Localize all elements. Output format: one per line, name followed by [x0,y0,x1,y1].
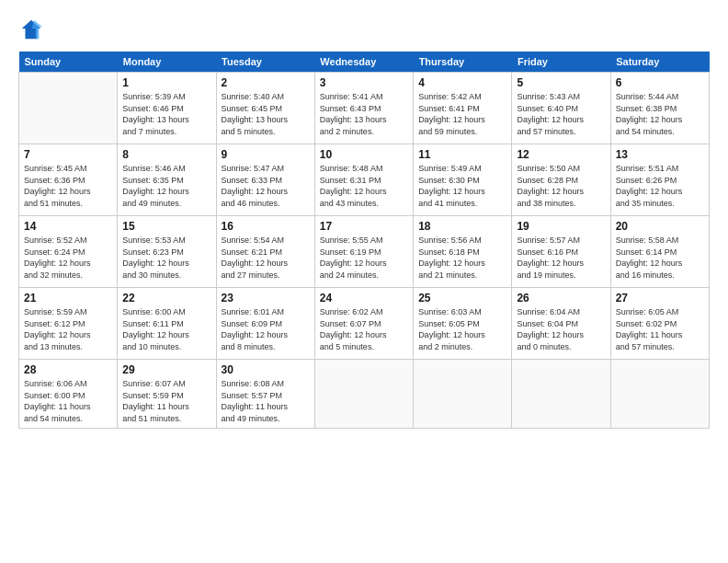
day-info: Sunrise: 5:57 AMSunset: 6:16 PMDaylight:… [517,235,605,281]
day-info: Sunrise: 5:55 AMSunset: 6:19 PMDaylight:… [320,235,408,281]
day-info: Sunrise: 5:50 AMSunset: 6:28 PMDaylight:… [517,163,605,209]
day-cell: 13Sunrise: 5:51 AMSunset: 6:26 PMDayligh… [610,144,709,216]
day-cell [610,360,709,429]
day-cell: 4Sunrise: 5:42 AMSunset: 6:41 PMDaylight… [414,73,512,144]
weekday-tuesday: Tuesday [216,52,314,73]
day-number: 28 [24,363,112,376]
day-number: 2 [222,76,310,89]
day-cell: 18Sunrise: 5:56 AMSunset: 6:18 PMDayligh… [414,216,512,288]
day-number: 29 [122,363,210,376]
day-cell: 23Sunrise: 6:01 AMSunset: 6:09 PMDayligh… [216,288,314,360]
weekday-friday: Friday [512,52,610,73]
day-info: Sunrise: 5:54 AMSunset: 6:21 PMDaylight:… [222,235,310,281]
day-info: Sunrise: 6:01 AMSunset: 6:09 PMDaylight:… [222,306,310,352]
weekday-sunday: Sunday [19,52,118,73]
day-number: 25 [418,292,506,304]
day-info: Sunrise: 5:44 AMSunset: 6:38 PMDaylight:… [616,91,704,137]
day-cell: 26Sunrise: 6:04 AMSunset: 6:04 PMDayligh… [512,288,610,360]
day-number: 20 [616,220,704,233]
day-info: Sunrise: 6:04 AMSunset: 6:04 PMDaylight:… [517,306,605,352]
day-cell: 24Sunrise: 6:02 AMSunset: 6:07 PMDayligh… [314,288,413,360]
day-cell: 9Sunrise: 5:47 AMSunset: 6:33 PMDaylight… [216,144,314,216]
day-cell: 7Sunrise: 5:45 AMSunset: 6:36 PMDaylight… [19,144,118,216]
day-info: Sunrise: 5:41 AMSunset: 6:43 PMDaylight:… [320,91,408,137]
day-number: 15 [122,220,210,233]
day-number: 30 [222,363,310,376]
day-cell: 27Sunrise: 6:05 AMSunset: 6:02 PMDayligh… [610,288,709,360]
day-number: 18 [418,220,506,233]
day-info: Sunrise: 6:02 AMSunset: 6:07 PMDaylight:… [320,306,408,352]
day-info: Sunrise: 6:07 AMSunset: 5:59 PMDaylight:… [122,378,210,424]
day-info: Sunrise: 6:05 AMSunset: 6:02 PMDaylight:… [616,306,704,352]
day-number: 8 [122,148,210,161]
day-info: Sunrise: 5:40 AMSunset: 6:45 PMDaylight:… [222,91,310,137]
day-info: Sunrise: 6:08 AMSunset: 5:57 PMDaylight:… [222,378,310,424]
day-cell: 22Sunrise: 6:00 AMSunset: 6:11 PMDayligh… [118,288,216,360]
day-info: Sunrise: 5:48 AMSunset: 6:31 PMDaylight:… [320,163,408,209]
day-number: 19 [517,220,605,233]
day-info: Sunrise: 5:45 AMSunset: 6:36 PMDaylight:… [24,163,112,209]
day-cell: 29Sunrise: 6:07 AMSunset: 5:59 PMDayligh… [118,360,216,429]
week-row-1: 1Sunrise: 5:39 AMSunset: 6:46 PMDaylight… [19,73,710,144]
day-cell: 12Sunrise: 5:50 AMSunset: 6:28 PMDayligh… [512,144,610,216]
weekday-header-row: SundayMondayTuesdayWednesdayThursdayFrid… [19,52,710,73]
day-cell: 20Sunrise: 5:58 AMSunset: 6:14 PMDayligh… [610,216,709,288]
day-number: 26 [517,292,605,304]
day-number: 22 [122,292,210,304]
week-row-4: 21Sunrise: 5:59 AMSunset: 6:12 PMDayligh… [19,288,710,360]
day-cell: 6Sunrise: 5:44 AMSunset: 6:38 PMDaylight… [610,73,709,144]
day-cell: 5Sunrise: 5:43 AMSunset: 6:40 PMDaylight… [512,73,610,144]
day-cell: 21Sunrise: 5:59 AMSunset: 6:12 PMDayligh… [19,288,118,360]
calendar-body: 1Sunrise: 5:39 AMSunset: 6:46 PMDaylight… [19,73,710,429]
day-number: 27 [616,292,704,304]
weekday-wednesday: Wednesday [314,52,413,73]
day-info: Sunrise: 6:06 AMSunset: 6:00 PMDaylight:… [24,378,112,424]
day-cell [512,360,610,429]
day-info: Sunrise: 5:58 AMSunset: 6:14 PMDaylight:… [616,235,704,281]
day-number: 24 [320,292,408,304]
day-info: Sunrise: 5:42 AMSunset: 6:41 PMDaylight:… [418,91,506,137]
day-info: Sunrise: 5:46 AMSunset: 6:35 PMDaylight:… [122,163,210,209]
day-info: Sunrise: 5:53 AMSunset: 6:23 PMDaylight:… [122,235,210,281]
day-number: 6 [616,76,704,89]
day-info: Sunrise: 5:51 AMSunset: 6:26 PMDaylight:… [616,163,704,209]
weekday-saturday: Saturday [610,52,709,73]
day-info: Sunrise: 6:00 AMSunset: 6:11 PMDaylight:… [122,306,210,352]
day-cell: 19Sunrise: 5:57 AMSunset: 6:16 PMDayligh… [512,216,610,288]
weekday-thursday: Thursday [414,52,512,73]
day-cell: 1Sunrise: 5:39 AMSunset: 6:46 PMDaylight… [118,73,216,144]
day-info: Sunrise: 5:43 AMSunset: 6:40 PMDaylight:… [517,91,605,137]
logo-icon [18,17,44,42]
day-cell: 3Sunrise: 5:41 AMSunset: 6:43 PMDaylight… [314,73,413,144]
day-number: 23 [222,292,310,304]
day-number: 11 [418,148,506,161]
calendar-table: SundayMondayTuesdayWednesdayThursdayFrid… [18,52,710,429]
day-info: Sunrise: 5:56 AMSunset: 6:18 PMDaylight:… [418,235,506,281]
day-number: 3 [320,76,408,89]
day-cell: 28Sunrise: 6:06 AMSunset: 6:00 PMDayligh… [19,360,118,429]
day-info: Sunrise: 5:47 AMSunset: 6:33 PMDaylight:… [222,163,310,209]
day-cell: 2Sunrise: 5:40 AMSunset: 6:45 PMDaylight… [216,73,314,144]
day-number: 17 [320,220,408,233]
day-info: Sunrise: 5:59 AMSunset: 6:12 PMDaylight:… [24,306,112,352]
day-number: 16 [222,220,310,233]
day-cell [414,360,512,429]
day-cell: 15Sunrise: 5:53 AMSunset: 6:23 PMDayligh… [118,216,216,288]
day-number: 7 [24,148,112,161]
day-number: 9 [222,148,310,161]
day-cell: 10Sunrise: 5:48 AMSunset: 6:31 PMDayligh… [314,144,413,216]
day-cell: 25Sunrise: 6:03 AMSunset: 6:05 PMDayligh… [414,288,512,360]
day-info: Sunrise: 5:39 AMSunset: 6:46 PMDaylight:… [122,91,210,137]
day-number: 5 [517,76,605,89]
page-header [18,17,710,42]
day-info: Sunrise: 5:52 AMSunset: 6:24 PMDaylight:… [24,235,112,281]
day-cell [314,360,413,429]
week-row-2: 7Sunrise: 5:45 AMSunset: 6:36 PMDaylight… [19,144,710,216]
day-number: 10 [320,148,408,161]
day-number: 4 [418,76,506,89]
day-number: 14 [24,220,112,233]
day-number: 13 [616,148,704,161]
logo [18,17,48,42]
day-number: 21 [24,292,112,304]
day-cell [19,73,118,144]
